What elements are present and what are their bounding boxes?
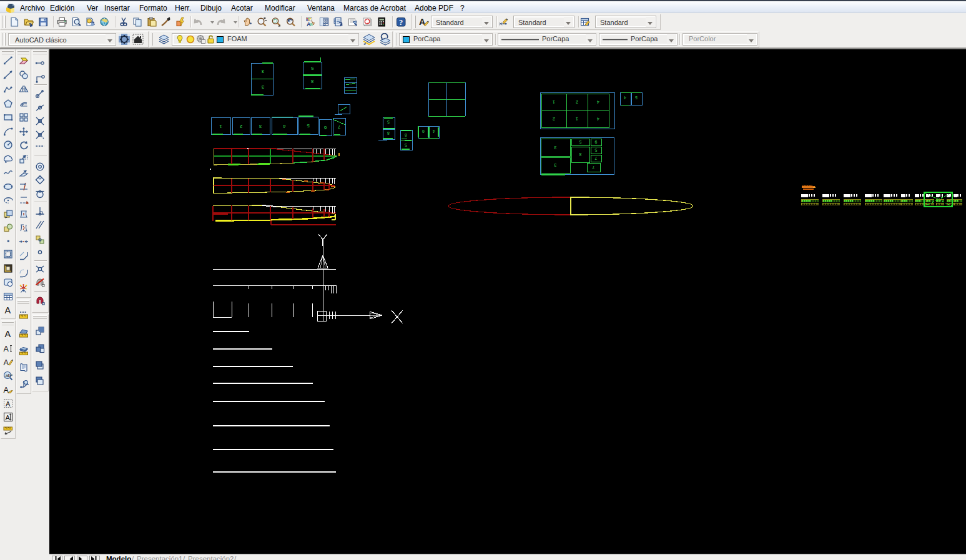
svg-text:4: 4 bbox=[283, 124, 286, 129]
svg-text:3: 3 bbox=[259, 124, 262, 129]
svg-text:3: 3 bbox=[554, 145, 556, 150]
svg-text:1: 1 bbox=[219, 124, 222, 129]
svg-text:3: 3 bbox=[554, 162, 556, 167]
svg-text:3: 3 bbox=[261, 84, 264, 90]
svg-text:5: 5 bbox=[579, 139, 581, 144]
svg-text:7: 7 bbox=[592, 165, 594, 170]
svg-text:5: 5 bbox=[307, 123, 310, 129]
svg-text:4: 4 bbox=[624, 95, 626, 100]
svg-text:6: 6 bbox=[422, 129, 425, 134]
svg-text:7: 7 bbox=[337, 124, 340, 130]
svg-text:2: 2 bbox=[553, 116, 555, 121]
svg-text:8: 8 bbox=[310, 79, 313, 84]
svg-text:7: 7 bbox=[594, 155, 597, 160]
svg-text:4: 4 bbox=[597, 99, 599, 104]
svg-text:8: 8 bbox=[405, 132, 407, 137]
svg-text:8: 8 bbox=[387, 130, 390, 135]
svg-text:3: 3 bbox=[261, 69, 264, 74]
svg-text:9: 9 bbox=[594, 139, 597, 144]
svg-text:5: 5 bbox=[310, 66, 313, 71]
svg-text:2: 2 bbox=[239, 124, 242, 129]
svg-text:2: 2 bbox=[576, 99, 578, 104]
svg-text:1: 1 bbox=[576, 116, 578, 121]
svg-text:5: 5 bbox=[594, 147, 597, 152]
svg-text:1: 1 bbox=[553, 99, 555, 104]
svg-text:4: 4 bbox=[597, 116, 599, 121]
svg-text:4: 4 bbox=[433, 129, 435, 134]
svg-text:5: 5 bbox=[405, 142, 407, 147]
svg-text:8: 8 bbox=[579, 152, 581, 157]
svg-text:5: 5 bbox=[387, 119, 390, 124]
svg-text:6: 6 bbox=[323, 125, 327, 130]
svg-text:5: 5 bbox=[635, 95, 638, 100]
